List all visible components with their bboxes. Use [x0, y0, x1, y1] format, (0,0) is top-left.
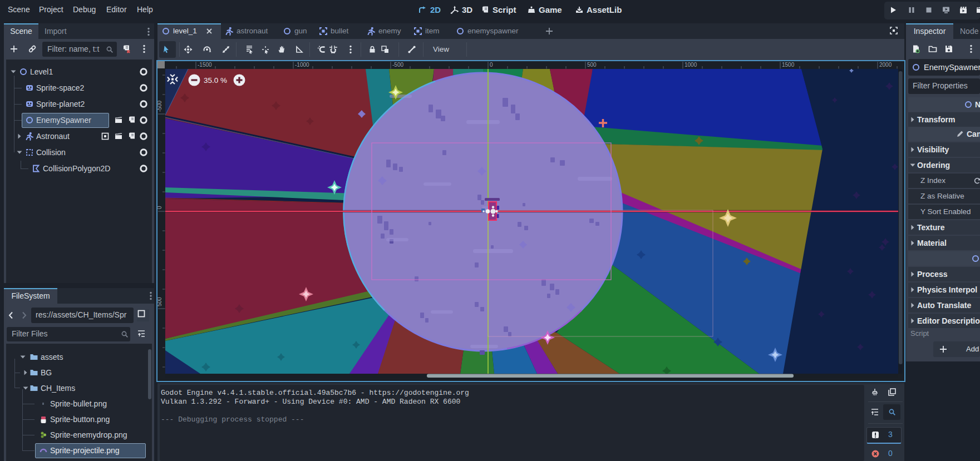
- svg-text:-500: -500: [392, 62, 403, 68]
- svg-text:1000: 1000: [684, 62, 697, 68]
- svg-text:35.0 %: 35.0 %: [204, 76, 227, 85]
- svg-text:500: 500: [587, 62, 597, 68]
- svg-text:-500: -500: [157, 101, 162, 112]
- svg-text:2000: 2000: [879, 62, 892, 68]
- svg-text:-1000: -1000: [295, 62, 309, 68]
- svg-text:0: 0: [157, 206, 162, 209]
- svg-text:-1500: -1500: [198, 62, 212, 68]
- svg-text:1500: 1500: [782, 62, 795, 68]
- svg-text:0: 0: [490, 62, 493, 68]
- svg-text:500: 500: [157, 297, 162, 306]
